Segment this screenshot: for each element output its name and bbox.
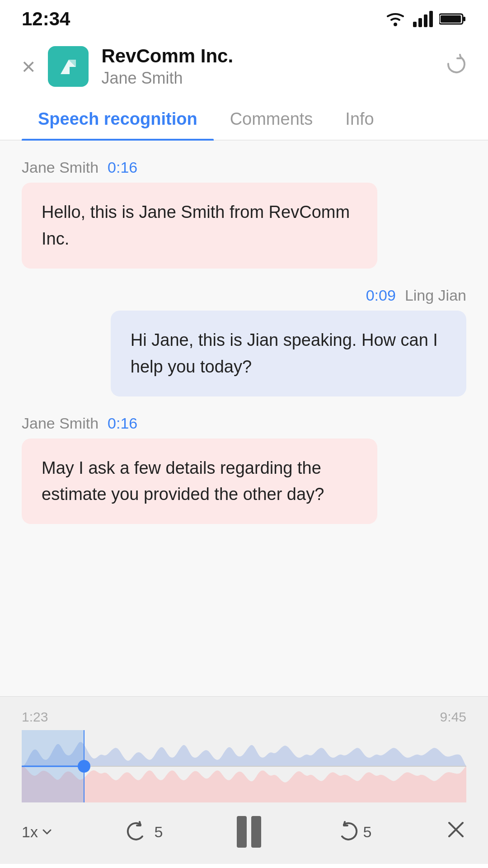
status-icons — [384, 11, 466, 27]
pause-bar-left — [237, 816, 247, 848]
forward-label: 5 — [363, 823, 371, 841]
player-close-button[interactable] — [446, 819, 466, 845]
close-button[interactable]: × — [22, 55, 35, 78]
chevron-down-icon — [42, 827, 52, 836]
header-info: RevComm Inc. Jane Smith — [101, 45, 430, 88]
audio-timestamps: 1:23 9:45 — [22, 709, 466, 725]
svg-rect-2 — [418, 18, 422, 27]
message-time: 0:16 — [108, 159, 137, 176]
rewind-label: 5 — [154, 823, 163, 841]
contact-name: Jane Smith — [101, 69, 430, 88]
pause-button[interactable] — [237, 816, 261, 848]
svg-rect-6 — [463, 17, 465, 21]
message-time: 0:16 — [108, 415, 137, 432]
rewind-button[interactable]: 5 — [126, 820, 163, 844]
company-logo — [48, 46, 89, 87]
status-time: 12:34 — [22, 8, 70, 30]
message-bubble: Hi Jane, this is Jian speaking. How can … — [111, 311, 466, 396]
message-meta: Jane Smith 0:16 — [22, 159, 137, 176]
conversation-area: Jane Smith 0:16 Hello, this is Jane Smit… — [0, 141, 488, 696]
message-meta: Jane Smith 0:16 — [22, 415, 137, 432]
svg-rect-3 — [424, 14, 427, 27]
rewind-icon — [126, 820, 150, 844]
tab-info[interactable]: Info — [329, 99, 390, 140]
message-group: Jane Smith 0:16 May I ask a few details … — [22, 415, 466, 524]
speed-control[interactable]: 1x — [22, 823, 52, 841]
svg-rect-1 — [413, 22, 417, 27]
speed-label: 1x — [22, 823, 38, 841]
waveform[interactable] — [22, 730, 466, 802]
company-name: RevComm Inc. — [101, 45, 430, 67]
current-time: 1:23 — [22, 709, 48, 725]
message-sender: Jane Smith — [22, 159, 99, 176]
wifi-icon — [384, 11, 407, 27]
svg-point-0 — [394, 23, 397, 26]
tab-comments[interactable]: Comments — [214, 99, 329, 140]
message-time: 0:09 — [366, 287, 396, 304]
message-meta: Ling Jian 0:09 — [366, 287, 466, 304]
pause-bar-right — [251, 816, 261, 848]
refresh-button[interactable] — [443, 52, 466, 81]
message-sender: Jane Smith — [22, 415, 99, 432]
tabs: Speech recognition Comments Info — [0, 99, 488, 141]
audio-controls: 1x 5 — [22, 809, 466, 855]
message-bubble: May I ask a few details regarding the es… — [22, 439, 377, 524]
forward-icon — [335, 820, 358, 844]
svg-rect-7 — [441, 15, 461, 23]
header: × RevComm Inc. Jane Smith — [0, 34, 488, 99]
forward-button[interactable]: 5 — [335, 820, 371, 844]
message-bubble: Hello, this is Jane Smith from RevComm I… — [22, 183, 377, 269]
audio-player: 1:23 9:45 — [0, 696, 488, 864]
message-group: Ling Jian 0:09 Hi Jane, this is Jian spe… — [22, 287, 466, 396]
signal-icon — [413, 11, 433, 27]
main-content: Jane Smith 0:16 Hello, this is Jane Smit… — [0, 141, 488, 864]
message-sender: Ling Jian — [405, 287, 466, 304]
status-bar: 12:34 — [0, 0, 488, 34]
battery-icon — [439, 12, 466, 26]
svg-rect-4 — [429, 11, 433, 27]
close-icon — [446, 819, 466, 840]
message-group: Jane Smith 0:16 Hello, this is Jane Smit… — [22, 159, 466, 269]
total-time: 9:45 — [440, 709, 466, 725]
svg-point-12 — [78, 760, 90, 773]
tab-speech-recognition[interactable]: Speech recognition — [22, 99, 214, 140]
